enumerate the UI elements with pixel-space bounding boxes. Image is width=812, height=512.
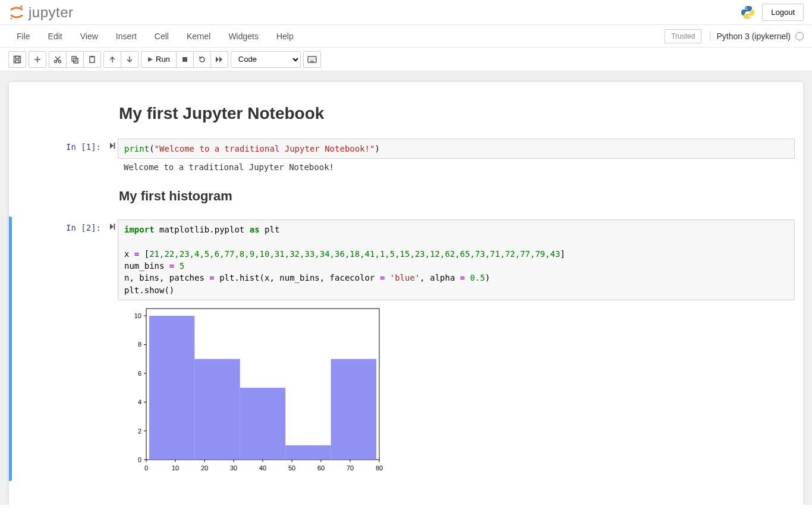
svg-rect-4 [14,56,21,62]
copy-button[interactable] [66,51,84,68]
notebook: My first Jupyter Notebook In [1]: print(… [9,82,803,505]
header-right: Logout [739,4,804,21]
run-cell-marker[interactable] [107,219,118,230]
paste-button[interactable] [83,51,101,68]
jupyter-logo-icon [8,4,25,21]
trusted-indicator[interactable]: Trusted [665,29,701,43]
step-icon [109,142,115,149]
svg-rect-20 [182,57,187,62]
jupyter-logo-text: jupyter [29,4,74,21]
input-prompt: In [1]: [12,139,107,152]
python-logo-icon [739,4,756,21]
menu-view[interactable]: View [72,27,106,46]
svg-point-1 [10,17,12,19]
menu-file[interactable]: File [8,27,39,46]
code-input[interactable]: print("Welcome to a traditional Jupyter … [118,139,795,159]
restart-icon [198,55,206,64]
cell-code-1[interactable]: In [1]: print("Welcome to a traditional … [9,136,803,178]
copy-icon [71,55,79,64]
menu-edit[interactable]: Edit [40,27,71,46]
svg-text:80: 80 [376,464,383,472]
cell-output-row: 010203040506070800246810 [12,300,803,478]
kernel-name[interactable]: Python 3 (ipykernel) [710,32,804,41]
arrow-up-icon [108,55,117,64]
svg-point-2 [745,7,747,8]
menu-insert[interactable]: Insert [108,27,145,46]
svg-point-29 [309,59,310,59]
svg-text:0: 0 [138,456,141,463]
svg-point-0 [20,5,23,8]
menu-kernel[interactable]: Kernel [178,27,219,46]
histogram-title: My first histogram [119,189,795,204]
output-prompt [12,159,107,166]
svg-text:60: 60 [317,464,325,472]
command-palette-button[interactable] [303,51,321,68]
svg-marker-21 [216,56,219,62]
jupyter-logo[interactable]: jupyter [8,4,74,21]
save-icon [13,55,21,64]
svg-rect-41 [285,445,331,460]
play-icon [147,56,153,62]
svg-point-30 [311,59,311,59]
svg-point-10 [59,60,61,62]
svg-rect-42 [331,359,376,460]
output-text: Welcome to a traditional Jupyter Noteboo… [118,159,795,175]
svg-point-26 [311,58,311,58]
svg-text:8: 8 [138,341,141,348]
code-input[interactable]: import matplotlib.pyplot as plt x = [21,… [118,219,795,300]
menubar-left: FileEditViewInsertCellKernelWidgetsHelp [8,27,302,46]
svg-rect-5 [15,56,19,58]
cell-type-select[interactable]: Code [231,51,301,68]
save-button[interactable] [8,51,26,68]
svg-text:10: 10 [134,312,141,319]
svg-point-3 [749,17,750,18]
cell-markdown-2[interactable]: My first histogram [9,178,803,216]
cell-output-row: Welcome to a traditional Jupyter Noteboo… [12,159,803,175]
restart-button[interactable] [193,51,211,68]
svg-text:2: 2 [138,428,141,435]
menubar: FileEditViewInsertCellKernelWidgetsHelp … [0,25,812,48]
cell-markdown-1[interactable]: My first Jupyter Notebook [9,94,803,136]
menu-cell[interactable]: Cell [146,27,177,46]
svg-text:40: 40 [259,464,266,472]
move-up-button[interactable] [103,51,121,68]
svg-text:20: 20 [201,464,208,472]
menubar-right: Trusted Python 3 (ipykernel) [665,29,804,43]
svg-rect-39 [194,359,240,460]
cut-button[interactable] [49,51,67,68]
svg-point-27 [313,58,313,58]
cell-code-2[interactable]: In [2]: import matplotlib.pyplot as plt … [9,216,803,481]
svg-point-32 [314,59,315,59]
interrupt-button[interactable] [176,51,194,68]
svg-text:50: 50 [288,464,295,472]
run-cell-marker[interactable] [107,139,118,149]
menu-widgets[interactable]: Widgets [220,27,267,46]
restart-run-all-button[interactable] [210,51,228,68]
toolbar: Run Code [0,48,812,71]
svg-rect-40 [240,388,285,460]
insert-cell-button[interactable] [29,51,46,68]
histogram-chart: 010203040506070800246810 [118,304,385,476]
fast-forward-icon [215,55,224,64]
input-prompt: In [2]: [12,219,107,233]
svg-point-28 [314,58,315,58]
svg-rect-38 [149,316,194,460]
svg-marker-33 [110,143,114,149]
keyboard-icon [307,56,317,63]
svg-text:10: 10 [172,464,179,472]
run-button-label: Run [156,55,170,64]
header: jupyter Logout [0,0,812,25]
kernel-idle-icon [795,32,804,40]
svg-point-31 [313,59,313,59]
svg-point-9 [55,60,57,62]
move-down-button[interactable] [121,51,139,68]
logout-button[interactable]: Logout [762,4,804,21]
svg-marker-35 [110,224,114,230]
svg-text:4: 4 [138,398,141,406]
menu-help[interactable]: Help [268,27,302,46]
paste-icon [88,55,96,64]
svg-marker-19 [148,57,153,62]
cut-copy-paste-group [49,51,101,68]
svg-text:30: 30 [230,464,237,472]
run-button[interactable]: Run [141,51,177,68]
